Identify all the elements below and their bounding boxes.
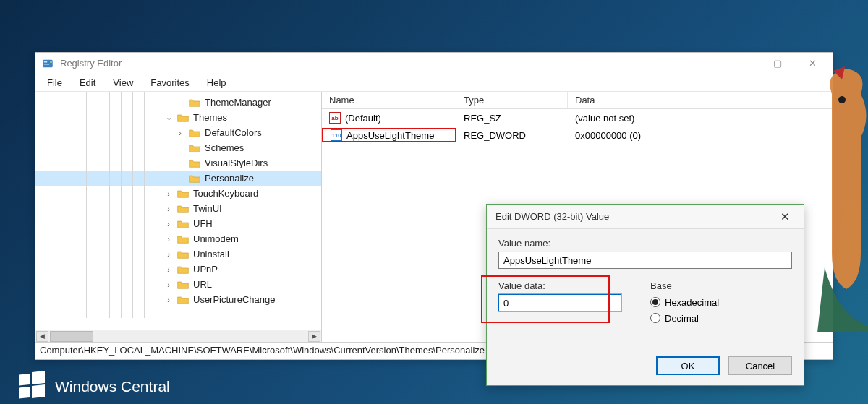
folder-icon bbox=[189, 128, 200, 138]
cell-name: ab(Default) bbox=[322, 112, 456, 124]
close-button[interactable]: ✕ bbox=[798, 53, 827, 74]
tree-item-label: Personalize bbox=[205, 173, 254, 184]
expander-icon[interactable]: › bbox=[176, 129, 184, 137]
regedit-icon bbox=[41, 57, 54, 70]
radio-decimal[interactable]: Decimal bbox=[650, 310, 792, 326]
tree-item-touchkeyboard[interactable]: ›TouchKeyboard bbox=[35, 186, 321, 201]
expander-icon bbox=[176, 159, 184, 168]
folder-icon bbox=[189, 173, 200, 184]
folder-icon bbox=[189, 158, 200, 168]
tree-horizontal-scrollbar[interactable]: ◀ ▶ bbox=[35, 330, 321, 342]
menu-edit[interactable]: Edit bbox=[72, 75, 103, 90]
radio-icon bbox=[650, 313, 660, 323]
value-name-text: AppsUseLightTheme bbox=[346, 130, 434, 141]
titlebar: Registry Editor — ▢ ✕ bbox=[35, 53, 833, 74]
cell-type: REG_SZ bbox=[456, 113, 568, 124]
scroll-track[interactable] bbox=[50, 331, 307, 342]
svg-rect-2 bbox=[44, 64, 50, 65]
tree-item-twinui[interactable]: ›TwinUI bbox=[35, 201, 321, 216]
tree-item-upnp[interactable]: ›UPnP bbox=[35, 262, 321, 277]
cell-data: 0x00000000 (0) bbox=[568, 130, 833, 141]
chevron-right-icon: ▶ bbox=[312, 332, 317, 340]
expander-icon[interactable]: › bbox=[164, 265, 173, 274]
dialog-body: Value name: Value data: Base Hexadecimal… bbox=[487, 229, 804, 356]
tree-item-label: Schemes bbox=[205, 142, 244, 153]
expander-icon[interactable]: › bbox=[164, 220, 173, 228]
string-value-icon: ab bbox=[329, 112, 341, 124]
tree-item-schemes[interactable]: Schemes bbox=[35, 140, 321, 155]
expander-icon[interactable]: › bbox=[164, 250, 173, 259]
tree-item-visualstyledirs[interactable]: VisualStyleDirs bbox=[35, 155, 321, 171]
menu-help[interactable]: Help bbox=[200, 75, 234, 90]
edit-dword-dialog: Edit DWORD (32-bit) Value ✕ Value name: … bbox=[486, 204, 804, 386]
dialog-titlebar: Edit DWORD (32-bit) Value ✕ bbox=[487, 205, 804, 229]
col-header-name[interactable]: Name bbox=[322, 92, 456, 108]
tree-item-label: UFH bbox=[193, 218, 213, 229]
value-data-label: Value data: bbox=[498, 280, 621, 291]
cell-type: REG_DWORD bbox=[456, 130, 568, 141]
dialog-buttons: OK Cancel bbox=[487, 356, 804, 385]
expander-icon bbox=[176, 98, 184, 107]
tree-item-personalize[interactable]: Personalize bbox=[35, 171, 321, 186]
col-header-type[interactable]: Type bbox=[456, 92, 568, 108]
cell-name: 110AppsUseLightTheme bbox=[322, 128, 456, 142]
tree-item-label: UserPictureChange bbox=[193, 294, 275, 305]
radio-hexadecimal[interactable]: Hexadecimal bbox=[650, 294, 792, 310]
scroll-thumb[interactable] bbox=[50, 331, 93, 342]
tree-item-themes[interactable]: ⌄Themes bbox=[35, 110, 321, 125]
folder-icon bbox=[177, 204, 189, 214]
expander-icon[interactable]: › bbox=[164, 280, 173, 289]
tree-item-ufh[interactable]: ›UFH bbox=[35, 216, 321, 231]
tree-item-label: Themes bbox=[193, 112, 227, 123]
value-name-text: (Default) bbox=[345, 113, 381, 124]
value-data-input[interactable] bbox=[498, 294, 621, 311]
value-name-input[interactable] bbox=[498, 252, 792, 269]
cell-data: (value not set) bbox=[568, 113, 833, 124]
folder-icon bbox=[177, 219, 189, 229]
expander-icon[interactable]: › bbox=[164, 205, 173, 213]
col-header-data[interactable]: Data bbox=[568, 92, 833, 108]
tree-item-label: UPnP bbox=[193, 264, 218, 275]
scroll-right-button[interactable]: ▶ bbox=[308, 331, 320, 342]
chevron-left-icon: ◀ bbox=[40, 332, 45, 340]
scroll-left-button[interactable]: ◀ bbox=[36, 331, 48, 342]
menu-view[interactable]: View bbox=[106, 75, 140, 90]
minimize-icon: — bbox=[739, 58, 748, 69]
list-row[interactable]: 110AppsUseLightThemeREG_DWORD0x00000000 … bbox=[322, 126, 833, 144]
tree-item-url[interactable]: ›URL bbox=[35, 277, 321, 292]
svg-point-3 bbox=[50, 61, 52, 63]
maximize-button[interactable]: ▢ bbox=[763, 53, 792, 74]
cancel-button[interactable]: Cancel bbox=[728, 356, 792, 375]
dialog-close-button[interactable]: ✕ bbox=[775, 210, 795, 223]
folder-icon bbox=[189, 143, 200, 153]
folder-icon bbox=[177, 234, 189, 244]
value-name-label: Value name: bbox=[498, 238, 792, 249]
tree-item-label: VisualStyleDirs bbox=[205, 158, 268, 168]
tree-body[interactable]: ThemeManager⌄Themes›DefaultColorsSchemes… bbox=[35, 92, 321, 330]
tree-item-label: Uninstall bbox=[193, 249, 229, 259]
brand-text: Windows Central bbox=[55, 378, 170, 395]
tree-item-label: TwinUI bbox=[193, 203, 222, 214]
tree-item-userpicturechange[interactable]: ›UserPictureChange bbox=[35, 292, 321, 307]
dword-value-icon: 110 bbox=[331, 129, 342, 141]
expander-icon[interactable]: › bbox=[164, 189, 173, 198]
radio-hex-label: Hexadecimal bbox=[665, 297, 719, 308]
tree-item-uninstall[interactable]: ›Uninstall bbox=[35, 246, 321, 262]
expander-icon[interactable]: › bbox=[164, 235, 173, 244]
expander-icon[interactable]: › bbox=[164, 296, 173, 304]
minimize-button[interactable]: — bbox=[728, 53, 757, 74]
svg-point-4 bbox=[838, 96, 846, 103]
menu-favorites[interactable]: Favorites bbox=[143, 75, 196, 90]
menu-file[interactable]: File bbox=[40, 75, 69, 90]
expander-icon[interactable]: ⌄ bbox=[164, 113, 173, 122]
list-row[interactable]: ab(Default)REG_SZ(value not set) bbox=[322, 109, 833, 126]
tree-item-label: DefaultColors bbox=[205, 127, 262, 138]
tree-item-thememanager[interactable]: ThemeManager bbox=[35, 95, 321, 110]
tree-item-unimodem[interactable]: ›Unimodem bbox=[35, 231, 321, 246]
tree-item-label: URL bbox=[193, 279, 212, 290]
folder-icon bbox=[189, 98, 200, 108]
menubar: File Edit View Favorites Help bbox=[35, 74, 833, 92]
ok-button[interactable]: OK bbox=[656, 356, 720, 375]
folder-icon bbox=[177, 189, 189, 199]
tree-item-defaultcolors[interactable]: ›DefaultColors bbox=[35, 125, 321, 140]
